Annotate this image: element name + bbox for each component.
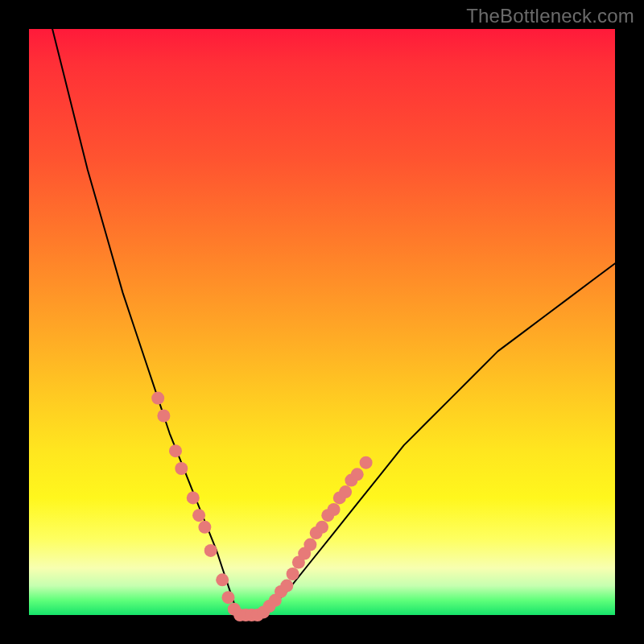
curve-marker: [339, 485, 352, 498]
curve-marker: [216, 573, 229, 586]
curve-marker: [303, 539, 316, 551]
curve-marker: [198, 521, 211, 534]
curve-marker: [316, 521, 328, 534]
curve-svg: [29, 29, 615, 615]
curve-marker: [287, 568, 299, 580]
curve-marker: [192, 509, 205, 522]
curve-marker: [169, 444, 182, 457]
curve-marker: [157, 410, 170, 423]
curve-marker: [222, 591, 235, 604]
plot-area: [29, 29, 615, 615]
curve-marker: [280, 580, 293, 592]
curve-marker: [328, 503, 341, 516]
curve-marker: [151, 392, 164, 405]
curve-marker: [360, 456, 373, 469]
curve-marker: [351, 468, 364, 481]
marker-group: [151, 392, 372, 621]
bottleneck-curve: [52, 29, 615, 615]
curve-marker: [204, 544, 217, 557]
curve-marker: [175, 462, 188, 475]
curve-marker: [187, 491, 200, 504]
watermark-text: TheBottleneck.com: [466, 5, 634, 27]
chart-frame: TheBottleneck.com: [0, 0, 644, 644]
